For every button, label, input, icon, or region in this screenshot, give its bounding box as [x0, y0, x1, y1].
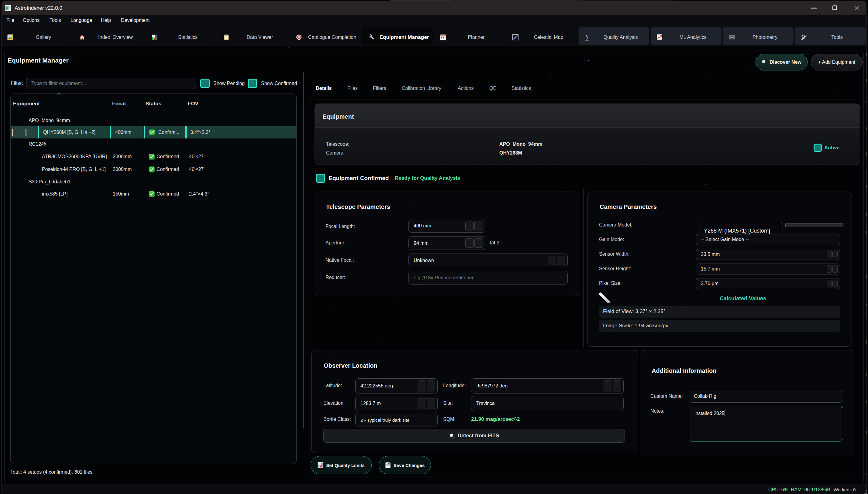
svg-text:17: 17 [441, 37, 444, 40]
